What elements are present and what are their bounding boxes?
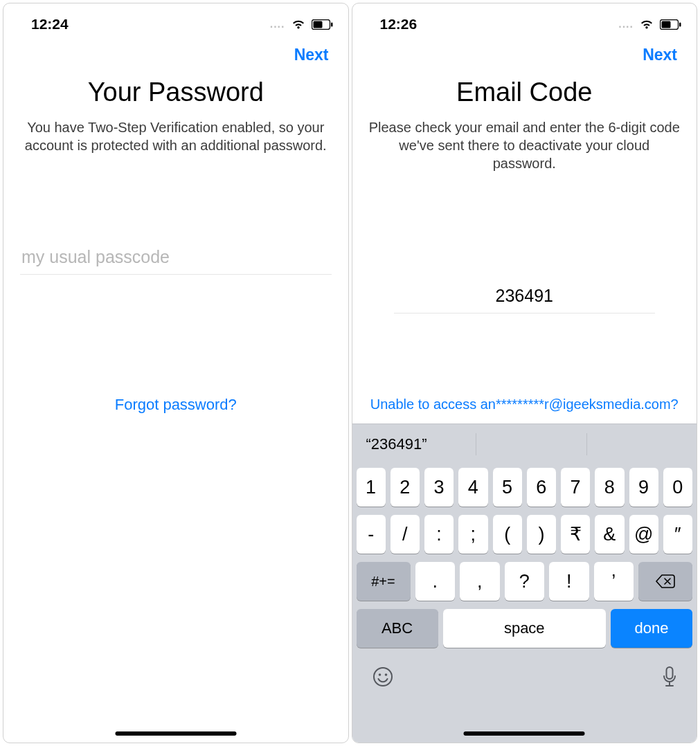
key-char[interactable]: ;	[458, 515, 487, 554]
cellular-dots-icon: ....	[270, 18, 285, 30]
svg-rect-2	[331, 22, 333, 26]
password-field-wrap	[3, 243, 348, 275]
key-char[interactable]: ’	[594, 562, 634, 601]
key-char[interactable]: 7	[561, 468, 590, 507]
suggestion-item[interactable]	[587, 433, 697, 455]
key-char[interactable]: ″	[663, 515, 692, 554]
key-char[interactable]: -	[357, 515, 386, 554]
key-abc[interactable]: ABC	[357, 609, 438, 648]
key-char[interactable]: )	[527, 515, 556, 554]
phone-screen-email-code: 12:26 .... Next Email Code Please check …	[352, 3, 698, 743]
svg-rect-9	[667, 667, 673, 679]
key-char[interactable]: /	[391, 515, 420, 554]
cellular-dots-icon: ....	[618, 18, 634, 30]
status-right: ....	[270, 18, 333, 30]
key-char[interactable]: 6	[527, 468, 556, 507]
svg-point-6	[374, 668, 392, 686]
key-char[interactable]: 1	[357, 468, 386, 507]
svg-point-8	[384, 673, 387, 676]
key-symbols[interactable]: #+=	[357, 562, 411, 601]
battery-icon	[660, 19, 681, 30]
keyboard: “236491” 1234567890 -/:;()₹&@″ #+= .,?!’…	[352, 424, 697, 743]
code-field-wrap	[352, 282, 697, 313]
key-backspace[interactable]	[638, 562, 692, 601]
next-button[interactable]: Next	[638, 45, 681, 65]
nav-bar: Next	[3, 37, 348, 68]
key-char[interactable]: @	[629, 515, 658, 554]
page-description: You have Two-Step Verification enabled, …	[3, 118, 348, 154]
key-char[interactable]: 9	[629, 468, 658, 507]
forgot-password-link[interactable]: Forgot password?	[111, 395, 241, 415]
password-input[interactable]	[20, 243, 332, 275]
next-button[interactable]: Next	[290, 45, 333, 65]
wifi-icon	[639, 19, 654, 30]
wifi-icon	[291, 19, 306, 30]
battery-icon	[312, 19, 333, 30]
status-right: ....	[618, 18, 681, 30]
unable-access-link[interactable]: Unable to access an*********r@igeeksmedi…	[354, 397, 696, 412]
page-title: Email Code	[352, 78, 697, 107]
suggestion-bar: “236491”	[352, 424, 697, 464]
suggestion-item[interactable]: “236491”	[352, 433, 477, 455]
code-input[interactable]	[394, 282, 656, 313]
key-char[interactable]: 8	[595, 468, 624, 507]
svg-point-7	[378, 673, 381, 676]
key-char[interactable]: 3	[424, 468, 454, 507]
page-description: Please check your email and enter the 6-…	[352, 118, 697, 172]
status-bar: 12:26 ....	[352, 3, 697, 37]
key-char[interactable]: :	[424, 515, 454, 554]
key-char[interactable]: ,	[460, 562, 500, 601]
home-indicator[interactable]	[115, 731, 236, 736]
key-space[interactable]: space	[443, 609, 607, 648]
key-done[interactable]: done	[611, 609, 692, 648]
key-char[interactable]: ₹	[561, 515, 590, 554]
home-indicator[interactable]	[464, 731, 585, 736]
key-char[interactable]: (	[493, 515, 522, 554]
key-char[interactable]: 2	[391, 468, 420, 507]
status-bar: 12:24 ....	[3, 3, 348, 37]
suggestion-item[interactable]	[476, 433, 587, 455]
key-char[interactable]: !	[549, 562, 589, 601]
key-char[interactable]: ?	[505, 562, 545, 601]
nav-bar: Next	[352, 37, 697, 68]
phone-screen-password: 12:24 .... Next Your Password You have T…	[3, 3, 349, 743]
emoji-icon[interactable]	[372, 666, 394, 693]
key-char[interactable]: .	[415, 562, 456, 601]
key-char[interactable]: 4	[458, 468, 487, 507]
svg-rect-1	[313, 21, 322, 28]
svg-rect-5	[679, 22, 681, 26]
status-time: 12:24	[31, 16, 69, 33]
page-title: Your Password	[3, 78, 348, 107]
mic-icon[interactable]	[662, 666, 677, 693]
status-time: 12:26	[380, 16, 418, 33]
svg-rect-4	[662, 21, 671, 28]
key-char[interactable]: 0	[663, 468, 692, 507]
key-char[interactable]: 5	[493, 468, 522, 507]
key-char[interactable]: &	[595, 515, 624, 554]
